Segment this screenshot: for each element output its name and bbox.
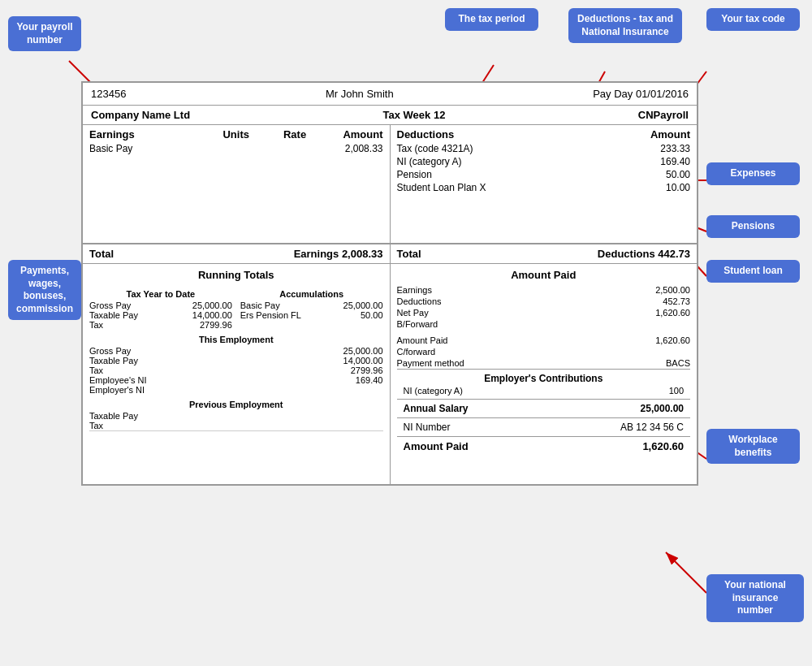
ni-number-value: AB 12 34 56 C	[620, 422, 684, 433]
rt-taxable-pay: Taxable Pay 14,000.00	[89, 310, 232, 320]
te-gross-pay: Gross Pay 25,000.00	[89, 346, 383, 356]
ap-earnings: Earnings 2,500.00	[397, 284, 691, 296]
blank-area	[89, 430, 383, 479]
deductions-header: Deductions Amount	[397, 128, 691, 141]
units-label: Units	[207, 128, 266, 141]
company-name: Company Name Ltd	[91, 109, 190, 121]
te-employee-ni: Employee's NI 169.40	[89, 375, 383, 385]
totals-row: Total Earnings 2,008.33 Total Deductions…	[83, 244, 697, 263]
ec-ni-label: NI (category A)	[404, 386, 463, 396]
annual-salary-value: 25,000.00	[641, 403, 684, 414]
employer-contrib-title: Employer's Contributions	[404, 373, 685, 384]
ap-net-pay: Net Pay 1,620.60	[397, 307, 691, 318]
company-row: Company Name Ltd Tax Week 12 CNPayroll	[83, 106, 697, 125]
ni-number-row: NI Number AB 12 34 56 C	[397, 417, 691, 436]
te-tax: Tax 2799.96	[89, 365, 383, 375]
annual-salary-label: Annual Salary	[404, 403, 469, 414]
ec-ni-value: 100	[669, 386, 684, 396]
pe-tax: Tax	[89, 421, 383, 430]
deductions-total-label: Total	[397, 248, 421, 260]
basic-pay-rate	[266, 143, 324, 154]
pe-taxable-pay: Taxable Pay	[89, 411, 383, 421]
tax-period-annotation: The tax period	[445, 8, 538, 31]
earnings-item-basic-pay: Basic Pay 2,008.33	[89, 142, 383, 155]
payslip: 123456 Mr John Smith Pay Day 01/01/2016 …	[81, 81, 698, 486]
amount-paid-final-label: Amount Paid	[404, 440, 469, 452]
ap-payment-method: Payment method BACS	[397, 357, 691, 369]
deductions-total-value: Deductions 442.73	[598, 248, 690, 260]
rt-gross-pay: Gross Pay 25,000.00	[89, 301, 232, 310]
basic-pay-units	[207, 143, 266, 154]
ap-deductions: Deductions 452.73	[397, 296, 691, 307]
payslip-header: 123456 Mr John Smith Pay Day 01/01/2016	[83, 83, 697, 106]
amount-paid-final-value: 1,620.60	[642, 440, 684, 452]
deductions-annotation: Deductions - tax and National Insurance	[568, 8, 682, 43]
amount-label: Amount	[324, 128, 382, 141]
earnings-body: Basic Pay 2,008.33	[89, 142, 383, 240]
employee-name: Mr John Smith	[326, 88, 394, 100]
te-taxable-pay: Taxable Pay 14,000.00	[89, 356, 383, 365]
bottom-section: Running Totals Tax Year to Date Gross Pa…	[83, 263, 697, 484]
ap-bforward: B/Forward	[397, 318, 691, 330]
annual-salary: Annual Salary 25,000.00	[397, 399, 691, 417]
ap-amount-paid: Amount Paid 1,620.60	[397, 335, 691, 346]
deductions-total: Total Deductions 442.73	[391, 244, 698, 263]
deductions-label: Deductions	[397, 128, 593, 141]
deductions-section: Deductions Amount Tax (code 4321A) 233.3…	[391, 125, 698, 243]
expenses-annotation: Expenses	[706, 162, 800, 185]
earnings-total-label: Total	[89, 248, 114, 260]
payroll-system: CNPayroll	[638, 109, 689, 121]
earnings-label: Earnings	[89, 128, 207, 141]
rt-tax: Tax 2799.96	[89, 320, 232, 330]
pensions-annotation: Pensions	[706, 215, 800, 238]
amount-paid-title: Amount Paid	[397, 269, 691, 281]
earnings-total-value: Earnings 2,008.33	[294, 248, 383, 260]
tax-code-annotation: Your tax code	[706, 8, 800, 31]
national-insurance-annotation: Your national insurance number	[706, 574, 804, 622]
payroll-number: 123456	[91, 88, 126, 100]
employer-contributions: Employer's Contributions NI (category A)…	[397, 369, 691, 399]
running-totals: Running Totals Tax Year to Date Gross Pa…	[83, 264, 391, 484]
ap-cforward: C/forward	[397, 346, 691, 357]
student-loan-annotation: Student loan	[706, 260, 800, 283]
workplace-benefits-annotation: Workplace benefits	[706, 429, 800, 464]
te-employer-ni: Employer's NI	[89, 385, 383, 395]
earnings-section: Earnings Units Rate Amount Basic Pay 2,0…	[83, 125, 391, 243]
previous-employment-title: Previous Employment	[89, 400, 383, 409]
running-totals-title: Running Totals	[89, 269, 383, 281]
basic-pay-amount: 2,008.33	[324, 143, 382, 154]
payroll-number-annotation: Your payroll number	[8, 16, 81, 51]
pay-date: Pay Day 01/01/2016	[593, 88, 689, 100]
deduction-pension: Pension 50.00	[397, 168, 691, 181]
acc-ers-pension: Ers Pension FL 50.00	[240, 310, 383, 320]
deduction-ni: NI (category A) 169.40	[397, 155, 691, 168]
tax-ytd-title: Tax Year to Date	[89, 289, 232, 299]
earnings-header: Earnings Units Rate Amount	[89, 128, 383, 141]
deduction-student-loan: Student Loan Plan X 10.00	[397, 181, 691, 194]
rate-label: Rate	[266, 128, 324, 141]
deductions-body: Tax (code 4321A) 233.33 NI (category A) …	[397, 142, 691, 240]
accumulations-title: Accumulations	[240, 289, 383, 299]
amount-paid-column: Amount Paid Earnings 2,500.00 Deductions…	[391, 264, 698, 484]
basic-pay-label: Basic Pay	[89, 143, 207, 154]
deduction-tax: Tax (code 4321A) 233.33	[397, 142, 691, 155]
payments-wages-annotation: Payments, wages, bonuses, commission	[8, 260, 81, 320]
amount-paid-final: Amount Paid 1,620.60	[397, 436, 691, 456]
earnings-deductions-section: Earnings Units Rate Amount Basic Pay 2,0…	[83, 125, 697, 244]
earnings-total: Total Earnings 2,008.33	[83, 244, 391, 263]
ni-number-label: NI Number	[404, 422, 451, 433]
tax-week: Tax Week 12	[383, 109, 446, 121]
acc-basic-pay: Basic Pay 25,000.00	[240, 301, 383, 310]
this-employment-title: This Employment	[89, 335, 383, 344]
ec-ni: NI (category A) 100	[404, 386, 685, 396]
deductions-amount-label: Amount	[593, 128, 691, 141]
